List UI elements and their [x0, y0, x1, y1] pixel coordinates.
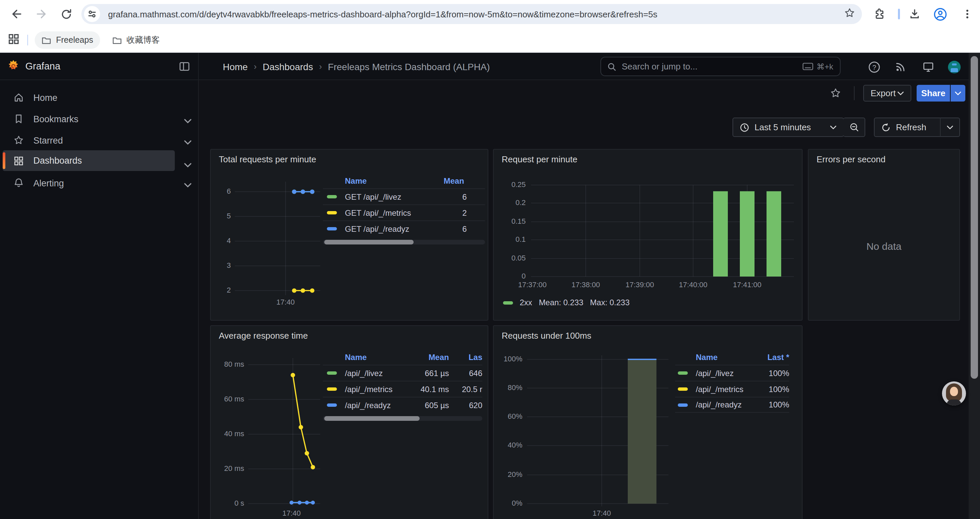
back-icon[interactable] — [8, 5, 25, 23]
refresh-interval-button[interactable] — [940, 118, 960, 137]
x-tick: 17:41:00 — [724, 281, 770, 289]
panel-request-per-minute: Request per minute 0.25 0.2 0.15 0.1 0.0… — [493, 149, 803, 321]
series-name[interactable]: /api/_/livez — [696, 368, 760, 378]
y-tick: 20% — [495, 470, 522, 478]
sidebar-item-home[interactable]: Home — [3, 88, 175, 107]
refresh-button[interactable]: Refresh — [874, 118, 941, 137]
export-button[interactable]: Export — [863, 85, 911, 102]
legend-row[interactable]: /api/_/readyz 605 µs 620 — [323, 397, 482, 413]
chevron-down-icon[interactable] — [184, 114, 191, 126]
help-icon[interactable]: ? — [867, 59, 881, 74]
sidebar-collapse-icon[interactable] — [179, 61, 190, 75]
chevron-down-icon[interactable] — [184, 136, 191, 148]
profile-icon[interactable] — [931, 5, 949, 23]
url-text[interactable]: grafana.mathmast.com/d/deytv4rwavabkb/fr… — [108, 9, 844, 19]
legend-scrollbar[interactable] — [323, 416, 482, 421]
legend-col-name[interactable]: Name — [345, 176, 444, 186]
clock-icon — [740, 123, 749, 132]
folder-icon — [41, 35, 51, 45]
series-name[interactable]: /api/_/readyz — [696, 400, 760, 409]
y-tick: 4 — [213, 236, 231, 244]
bookmark-star-icon[interactable] — [844, 7, 855, 21]
series-mean: 40.1 ms — [409, 385, 449, 394]
legend-row[interactable]: GET /api/_/livez 6 — [323, 188, 485, 204]
y-tick: 0.25 — [498, 180, 526, 188]
legend-row[interactable]: /api/_/livez 100% — [675, 365, 789, 381]
share-menu-button[interactable] — [951, 85, 965, 102]
browser-menu-icon[interactable] — [959, 5, 976, 23]
x-tick: 17:40 — [584, 509, 619, 517]
legend-col-mean[interactable]: Mean — [444, 176, 485, 186]
series-name[interactable]: /api/_/metrics — [345, 385, 409, 394]
series-color-pill — [678, 371, 688, 375]
legend-row[interactable]: /api/_/metrics 100% — [675, 381, 789, 397]
legend-row[interactable]: /api/_/livez 661 µs 646 — [323, 365, 482, 381]
bookmark-label: Freeleaps — [56, 35, 93, 45]
reload-icon[interactable] — [57, 5, 75, 23]
sidebar-item-label: Home — [33, 93, 57, 102]
monitor-icon[interactable] — [921, 59, 935, 74]
y-tick: 40 ms — [212, 430, 244, 438]
y-tick: 0 — [498, 272, 526, 280]
assistant-avatar[interactable] — [942, 382, 966, 406]
legend-scrollbar[interactable] — [323, 240, 485, 244]
breadcrumb-dashboards[interactable]: Dashboards — [262, 61, 313, 72]
legend-col-name[interactable]: Name — [696, 353, 760, 362]
time-range-picker[interactable]: Last 5 minutes — [732, 118, 844, 137]
series-name[interactable]: /api/_/livez — [345, 368, 409, 378]
series-name[interactable]: GET /api/_/metrics — [345, 208, 462, 217]
time-range-label: Last 5 minutes — [754, 122, 811, 132]
panel-title[interactable]: Errors per second — [816, 154, 886, 164]
y-tick: 2 — [213, 286, 231, 294]
legend-row[interactable]: /api/_/metrics 40.1 ms 20.5 r — [323, 381, 482, 397]
share-button[interactable]: Share — [916, 85, 950, 102]
bookmark-folder-blogs[interactable]: 收藏博客 — [105, 31, 167, 49]
apps-grid-icon[interactable] — [8, 33, 19, 47]
site-settings-icon[interactable] — [84, 6, 100, 22]
sidebar-item-alerting[interactable]: Alerting — [3, 173, 175, 193]
legend-row[interactable]: GET /api/_/readyz 6 — [323, 220, 485, 236]
series-name[interactable]: GET /api/_/livez — [345, 192, 462, 201]
legend-row[interactable]: GET /api/_/metrics 2 — [323, 204, 485, 220]
series-name[interactable]: GET /api/_/readyz — [345, 224, 462, 233]
sidebar-item-bookmarks[interactable]: Bookmarks — [3, 109, 175, 129]
download-icon[interactable] — [906, 5, 923, 23]
legend-col-name[interactable]: Name — [345, 353, 409, 362]
breadcrumb-home[interactable]: Home — [223, 61, 248, 72]
y-tick: 5 — [213, 212, 231, 220]
legend-row[interactable]: 2xx Mean: 0.233 Max: 0.233 — [503, 298, 630, 307]
extensions-icon[interactable] — [870, 5, 888, 23]
user-avatar[interactable] — [947, 59, 961, 74]
forward-icon[interactable] — [33, 5, 50, 23]
legend-col-last[interactable]: Las — [449, 353, 482, 362]
favorite-star-icon[interactable] — [830, 88, 841, 102]
legend-col-mean[interactable]: Mean — [409, 353, 449, 362]
series-color-pill — [327, 387, 337, 391]
chevron-down-icon — [897, 91, 904, 95]
grafana-logo[interactable] — [7, 59, 20, 75]
scrollbar-thumb[interactable] — [970, 56, 978, 379]
series-last: 20.5 r — [449, 385, 482, 394]
page-scrollbar[interactable] — [969, 53, 980, 519]
chevron-down-icon[interactable] — [184, 178, 191, 190]
grafana-app: Grafana Home Bookmarks — [0, 53, 980, 519]
chevron-down-icon[interactable] — [184, 158, 191, 170]
legend-col-last[interactable]: Last * — [760, 353, 789, 362]
y-tick: 0 s — [212, 499, 244, 507]
series-name[interactable]: /api/_/metrics — [696, 385, 760, 394]
sidebar-item-dashboards[interactable]: Dashboards — [3, 150, 175, 171]
bookmark-label: 收藏博客 — [126, 34, 160, 46]
series-color-pill — [327, 404, 337, 407]
news-rss-icon[interactable] — [893, 59, 908, 74]
sidebar-item-starred[interactable]: Starred — [3, 130, 175, 150]
series-name[interactable]: /api/_/readyz — [345, 401, 409, 410]
legend-row[interactable]: /api/_/readyz 100% — [675, 397, 789, 413]
series-mean: 6 — [462, 192, 485, 201]
url-bar[interactable]: grafana.mathmast.com/d/deytv4rwavabkb/fr… — [81, 4, 862, 24]
series-name[interactable]: 2xx — [520, 298, 532, 307]
y-tick: 0.05 — [498, 254, 526, 262]
panel-total-requests: Total requests per minute 6 5 4 3 2 17:4… — [210, 149, 488, 321]
zoom-out-button[interactable] — [843, 118, 865, 137]
bookmark-folder-freeleaps[interactable]: Freeleaps — [35, 31, 100, 49]
search-input[interactable]: Search or jump to... ⌘+k — [600, 57, 841, 76]
